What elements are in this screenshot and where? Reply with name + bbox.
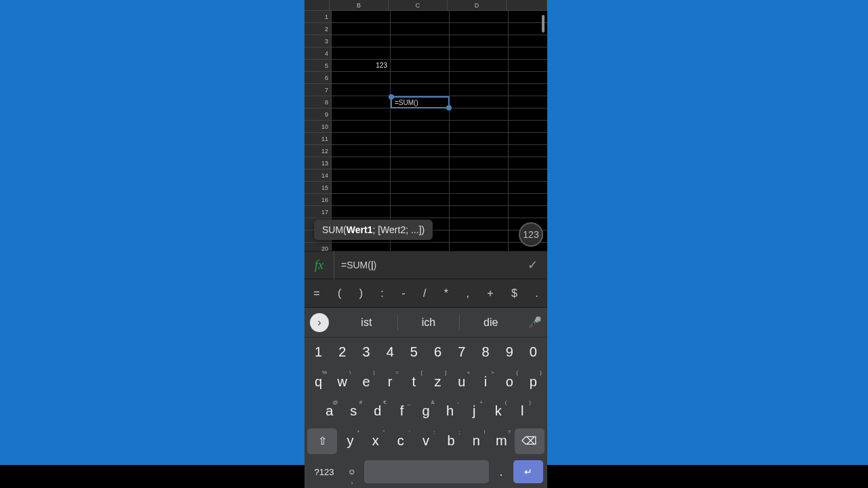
cell-B6[interactable] xyxy=(332,72,391,84)
symbol-key-,[interactable]: , xyxy=(462,285,473,302)
key-4[interactable]: 4 xyxy=(379,340,401,365)
symbol-key-.[interactable]: . xyxy=(531,285,542,302)
cell-D3[interactable] xyxy=(450,35,509,47)
row-header-3[interactable]: 3 xyxy=(304,35,332,47)
key-5[interactable]: 5 xyxy=(403,340,425,365)
cell-C15[interactable] xyxy=(391,182,450,194)
key-m[interactable]: m? xyxy=(490,428,513,454)
cell-B8[interactable] xyxy=(332,96,391,108)
key-e[interactable]: e| xyxy=(355,369,377,394)
cell-D15[interactable] xyxy=(450,182,509,194)
cell-C1[interactable] xyxy=(391,11,450,23)
key-j[interactable]: j+ xyxy=(462,399,486,424)
cell-D14[interactable] xyxy=(450,169,509,182)
cell-B11[interactable] xyxy=(332,133,391,145)
cell-D1[interactable] xyxy=(450,11,509,23)
key-9[interactable]: 9 xyxy=(498,340,521,365)
key-q[interactable]: q% xyxy=(307,369,330,394)
key-u[interactable]: u< xyxy=(450,369,473,394)
row-header-2[interactable]: 2 xyxy=(304,23,332,35)
row-header-7[interactable]: 7 xyxy=(304,84,332,96)
fx-icon[interactable]: fx xyxy=(304,251,334,279)
cell-C5[interactable] xyxy=(391,60,450,72)
emoji-key[interactable]: ☺ xyxy=(344,460,360,483)
suggestion-ich[interactable]: ich xyxy=(398,317,460,329)
cell-C3[interactable] xyxy=(391,35,450,47)
cell-C14[interactable] xyxy=(391,169,450,182)
row-header-1[interactable]: 1 xyxy=(304,11,332,23)
key-w[interactable]: w\ xyxy=(331,369,353,394)
cell-B7[interactable] xyxy=(332,84,391,96)
cell-D16[interactable] xyxy=(450,194,509,206)
formula-confirm-button[interactable]: ✓ xyxy=(517,251,547,279)
cell-partial-9[interactable] xyxy=(509,108,547,121)
formula-input[interactable]: =SUM(|) xyxy=(334,260,517,270)
cell-C12[interactable] xyxy=(391,145,450,157)
symbol-key-([interactable]: ( xyxy=(334,285,345,302)
cell-partial-3[interactable] xyxy=(509,35,547,47)
key-v[interactable]: v: xyxy=(414,428,437,454)
key-z[interactable]: z] xyxy=(427,369,449,394)
key-p[interactable]: p} xyxy=(522,369,545,394)
key-3[interactable]: 3 xyxy=(355,340,377,365)
key-h[interactable]: h- xyxy=(439,399,462,424)
cell-B5[interactable]: 123 xyxy=(332,60,391,72)
cell-C11[interactable] xyxy=(391,133,450,145)
cell-C4[interactable] xyxy=(391,47,450,60)
key-x[interactable]: x" xyxy=(363,428,387,454)
key-i[interactable]: i> xyxy=(474,369,496,394)
cell-B12[interactable] xyxy=(332,145,391,157)
symbol-key-:[interactable]: : xyxy=(376,285,387,302)
selection-handle-tl[interactable] xyxy=(389,94,394,100)
key-8[interactable]: 8 xyxy=(474,340,496,365)
symbol-key-*[interactable]: * xyxy=(440,285,452,302)
numeric-keypad-toggle[interactable]: 123 xyxy=(519,222,543,247)
cell-partial-8[interactable] xyxy=(509,96,547,108)
cell-D8[interactable] xyxy=(450,96,509,108)
cell-C6[interactable] xyxy=(391,72,450,84)
cell-D12[interactable] xyxy=(450,145,509,157)
cell-partial-10[interactable] xyxy=(509,121,547,133)
cell-partial-4[interactable] xyxy=(509,47,547,60)
row-header-4[interactable]: 4 xyxy=(304,47,332,60)
cell-B17[interactable] xyxy=(332,206,391,218)
cell-D17[interactable] xyxy=(450,206,509,218)
key-k[interactable]: k( xyxy=(487,399,510,424)
cell-partial-12[interactable] xyxy=(509,145,547,157)
backspace-key[interactable]: ⌫ xyxy=(515,428,545,454)
cell-partial-15[interactable] xyxy=(509,182,547,194)
cell-partial-7[interactable] xyxy=(509,84,547,96)
cell-D5[interactable] xyxy=(450,60,509,72)
select-all-stub[interactable] xyxy=(304,0,330,11)
key-n[interactable]: n! xyxy=(465,428,488,454)
cell-grid[interactable]: 123=SUM() xyxy=(332,11,547,251)
row-header-12[interactable]: 12 xyxy=(304,145,332,157)
cell-partial-16[interactable] xyxy=(509,194,547,206)
col-header-C[interactable]: C xyxy=(389,0,448,11)
row-header-15[interactable]: 15 xyxy=(304,182,332,194)
cell-C9[interactable] xyxy=(391,108,450,121)
spacebar-key[interactable] xyxy=(364,460,489,483)
symbol-key-+[interactable]: + xyxy=(483,285,497,302)
scrollbar-vertical[interactable] xyxy=(542,15,545,33)
cell-C16[interactable] xyxy=(391,194,450,206)
cell-C17[interactable] xyxy=(391,206,450,218)
key-o[interactable]: o{ xyxy=(498,369,521,394)
row-header-5[interactable]: 5 xyxy=(304,60,332,72)
key-f[interactable]: f_ xyxy=(391,399,414,424)
shift-key[interactable]: ⇧ xyxy=(307,428,337,454)
col-header-B[interactable]: B xyxy=(330,0,389,11)
key-2[interactable]: 2 xyxy=(331,340,353,365)
row-header-6[interactable]: 6 xyxy=(304,72,332,84)
key-g[interactable]: g& xyxy=(414,399,437,424)
cell-B13[interactable] xyxy=(332,157,391,169)
selection-handle-br[interactable] xyxy=(446,105,452,110)
active-cell[interactable]: =SUM() xyxy=(391,96,450,108)
cell-B2[interactable] xyxy=(332,23,391,35)
row-header-8[interactable]: 8 xyxy=(304,96,332,108)
cell-partial-11[interactable] xyxy=(509,133,547,145)
cell-B4[interactable] xyxy=(332,47,391,60)
key-r[interactable]: r= xyxy=(379,369,401,394)
key-b[interactable]: b; xyxy=(439,428,463,454)
cell-D2[interactable] xyxy=(450,23,509,35)
